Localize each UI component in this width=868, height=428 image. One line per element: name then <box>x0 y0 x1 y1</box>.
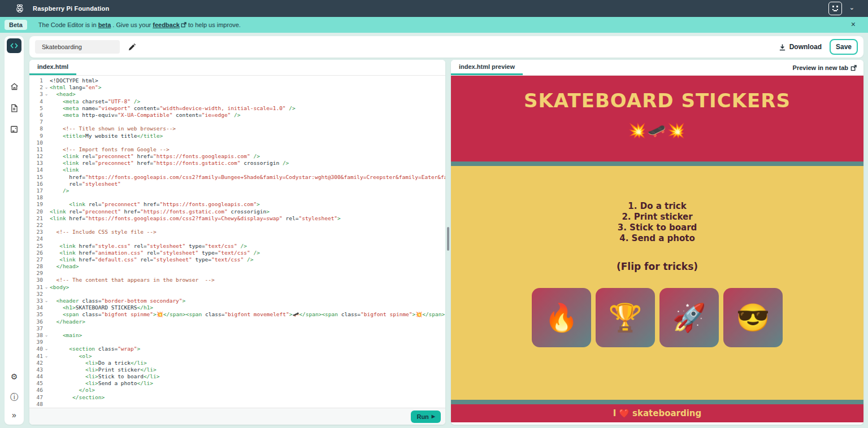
fold-gutter <box>43 153 50 160</box>
run-button[interactable]: Run ▶ <box>411 410 441 423</box>
header-emoji: 🛹 <box>648 122 667 139</box>
fold-chevron-icon[interactable]: ⌄ <box>43 284 50 291</box>
code-editor[interactable]: 1<!DOCTYPE html>2⌄<html lang="en">3⌄ <he… <box>29 76 445 408</box>
preview-list-item: 1. Do a trick <box>618 201 697 212</box>
fold-chevron-icon[interactable]: ⌄ <box>43 332 50 339</box>
sticker-card: 😎 <box>723 288 783 347</box>
fold-gutter <box>43 373 50 380</box>
code-line: 7 <box>29 119 445 125</box>
code-line: 37 <box>29 325 445 332</box>
beta-banner-message: The Code Editor is in beta . Give us you… <box>38 21 241 28</box>
gear-icon: ⚙ <box>11 373 18 381</box>
code-line: 9 <title>My website title</title> <box>29 133 445 139</box>
code-line: 25 <link href="style.css" rel="styleshee… <box>29 243 445 250</box>
close-icon[interactable]: × <box>851 20 856 29</box>
code-icon <box>10 42 18 49</box>
editor-panel: index.html 1<!DOCTYPE html>2⌄<html lang=… <box>29 60 445 425</box>
code-line: 32 <box>29 291 445 298</box>
account-chevron-down-icon[interactable]: ⌄ <box>849 4 854 11</box>
project-name-input[interactable] <box>35 40 120 54</box>
code-line: 36 </header> <box>29 318 445 325</box>
code-line: 39 <box>29 339 445 346</box>
code-line: 26 <link href="animation.css" rel="style… <box>29 250 445 256</box>
fold-gutter <box>43 250 50 256</box>
fold-gutter <box>43 256 50 263</box>
preview-list-item: 4. Send a photo <box>618 233 697 244</box>
fold-chevron-icon[interactable]: ⌄ <box>43 84 50 91</box>
code-line: 28 </head> <box>29 263 445 270</box>
fold-gutter <box>43 394 50 401</box>
code-line: 48 <box>29 401 445 408</box>
download-button[interactable]: Download <box>779 43 822 51</box>
fold-gutter <box>43 181 50 187</box>
raspberry-pi-logo-icon <box>15 3 25 14</box>
code-line: 29 <box>29 270 445 277</box>
code-line: 19 <link rel="preconnect" href="https://… <box>29 201 445 208</box>
code-line: 15 href="https://fonts.googleapis.com/cs… <box>29 174 445 181</box>
sidebar-item-code[interactable] <box>7 38 21 53</box>
fold-gutter <box>43 304 50 311</box>
code-line: 21<link href="https://fonts.googleapis.c… <box>29 215 445 222</box>
code-line: 4 <meta charset="UTF-8" /> <box>29 98 445 105</box>
code-line: 27 <link href="default.css" rel="stylesh… <box>29 256 445 263</box>
fold-gutter <box>43 112 50 119</box>
fold-chevron-icon[interactable]: ⌄ <box>43 353 50 360</box>
fold-gutter <box>43 318 50 325</box>
sidebar-item-images[interactable] <box>7 122 21 137</box>
code-line: 6 <meta http-equiv="X-UA-Compatible" con… <box>29 112 445 119</box>
fold-gutter <box>43 243 50 250</box>
sidebar-item-home[interactable] <box>7 79 21 94</box>
beta-banner: Beta The Code Editor is in beta . Give u… <box>0 17 868 33</box>
save-button[interactable]: Save <box>830 39 858 55</box>
rename-project-button[interactable] <box>128 43 136 51</box>
preview-list-item: 2. Print sticker <box>618 212 697 222</box>
project-toolbar: Download Save <box>29 36 863 58</box>
preview-panel: index.html preview Preview in new tab SK… <box>451 60 863 425</box>
fold-gutter <box>43 208 50 215</box>
code-line: 17 /> <box>29 187 445 194</box>
code-line: 3⌄ <head> <box>29 91 445 98</box>
fold-gutter <box>43 146 50 153</box>
code-line: 16 rel="stylesheet" <box>29 181 445 187</box>
feedback-link[interactable]: feedback <box>153 21 180 28</box>
code-line: 40⌄ <section class="wrap"> <box>29 346 445 352</box>
fold-chevron-icon[interactable]: ⌄ <box>43 298 50 304</box>
file-icon <box>10 104 18 112</box>
beta-link[interactable]: beta <box>98 21 111 28</box>
sidebar-item-settings[interactable]: ⚙ <box>7 369 21 384</box>
account-avatar-button[interactable] <box>828 2 842 15</box>
fold-gutter <box>43 263 50 270</box>
code-line: 8 <!-- Title shown in web browsers--> <box>29 125 445 132</box>
sidebar-item-info[interactable]: ⓘ <box>7 390 21 404</box>
editor-tabbar: index.html <box>29 60 445 76</box>
fold-gutter <box>43 401 50 408</box>
tab-index-html[interactable]: index.html <box>29 60 76 75</box>
panel-resize-handle[interactable] <box>447 227 449 251</box>
fold-gutter <box>43 125 50 132</box>
code-line: 44 <li>Stick to board</li> <box>29 373 445 380</box>
sidebar-expand-button[interactable]: » <box>7 408 21 422</box>
code-line: 38⌄ <main> <box>29 332 445 339</box>
fold-gutter <box>43 366 50 373</box>
beta-text-pre: The Code Editor is in <box>38 21 98 28</box>
fold-chevron-icon[interactable]: ⌄ <box>43 91 50 98</box>
top-bar: Raspberry Pi Foundation ⌄ <box>0 0 868 17</box>
code-line: 10 <box>29 139 445 146</box>
fold-gutter <box>43 139 50 146</box>
header-emoji: 💥 <box>667 122 686 139</box>
fold-gutter <box>43 98 50 105</box>
download-label: Download <box>789 43 822 51</box>
fold-gutter <box>43 187 50 194</box>
code-line: 47 </section> <box>29 394 445 401</box>
preview-in-new-tab-link[interactable]: Preview in new tab <box>793 60 857 76</box>
code-line: 23 <!-- Include CSS style file --> <box>29 229 445 235</box>
code-line: 11 <!-- Import fonts from Google --> <box>29 146 445 153</box>
fold-gutter <box>43 270 50 277</box>
sidebar-item-files[interactable] <box>7 101 21 115</box>
code-line: 1<!DOCTYPE html> <box>29 77 445 84</box>
editor-runbar: Run ▶ <box>29 408 445 425</box>
play-icon: ▶ <box>432 414 435 419</box>
tab-index-html-preview[interactable]: index.html preview <box>451 60 523 75</box>
fold-chevron-icon[interactable]: ⌄ <box>43 346 50 352</box>
fold-gutter <box>43 133 50 139</box>
